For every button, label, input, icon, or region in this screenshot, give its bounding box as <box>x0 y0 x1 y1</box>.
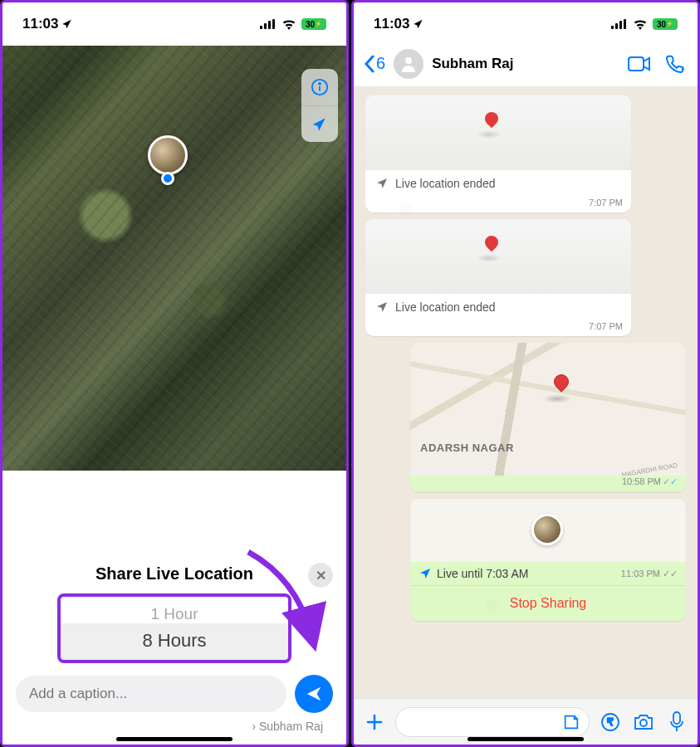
svg-rect-9 <box>619 21 622 29</box>
sticker-icon[interactable] <box>562 713 580 731</box>
contact-avatar[interactable] <box>394 49 423 79</box>
back-count: 6 <box>376 54 385 73</box>
map-recenter-button[interactable] <box>301 105 338 142</box>
pin-icon <box>551 371 571 392</box>
location-ended-icon <box>375 300 389 314</box>
svg-text:₹: ₹ <box>607 716 614 728</box>
camera-button[interactable] <box>631 710 656 735</box>
svg-point-6 <box>319 83 321 85</box>
chat-header: 6 Subham Raj <box>354 41 698 87</box>
home-indicator[interactable] <box>467 737 584 741</box>
read-ticks-icon: ✓✓ <box>660 569 678 579</box>
svg-rect-8 <box>615 23 618 29</box>
sheet-title: Share Live Location <box>16 564 333 583</box>
clock: 11:03 <box>374 16 409 32</box>
svg-rect-7 <box>611 26 614 29</box>
back-button[interactable]: 6 <box>364 54 385 73</box>
attach-button[interactable] <box>362 710 387 735</box>
message-shared-location[interactable]: ADARSH NAGAR MAGARDHI ROAD 10:58 PM✓✓ <box>410 343 686 492</box>
svg-rect-10 <box>624 19 626 29</box>
share-location-screen: 11:03 30⚡ ✕ Share Live Location 1 Hour 8… <box>0 0 349 747</box>
chat-screen: 11:03 30⚡ 6 Subham Raj Live location end… <box>351 0 700 747</box>
area-label: ADARSH NAGAR <box>420 442 514 454</box>
chat-body[interactable]: Live location ended 7:07 PM Live locatio… <box>354 87 698 698</box>
battery-pill: 30⚡ <box>301 18 326 30</box>
location-services-icon <box>61 18 73 30</box>
signal-icon <box>260 19 277 29</box>
duration-picker[interactable]: 1 Hour 8 Hours <box>57 593 291 663</box>
avatar <box>531 514 563 545</box>
map-thumbnail: ADARSH NAGAR MAGARDHI ROAD <box>410 343 686 476</box>
payments-button[interactable]: ₹ <box>598 710 623 735</box>
my-location-pin <box>148 135 188 185</box>
message-location-ended[interactable]: Live location ended 7:07 PM <box>365 95 631 212</box>
map-thumbnail <box>365 219 631 294</box>
svg-point-17 <box>640 720 647 726</box>
message-live-location[interactable]: Live until 7:03 AM 11:03 PM ✓✓ Stop Shar… <box>410 499 686 621</box>
map-thumbnail <box>410 499 686 562</box>
location-services-icon <box>413 18 424 30</box>
svg-rect-3 <box>272 19 275 29</box>
wifi-icon <box>281 19 296 30</box>
caption-input[interactable] <box>16 676 286 712</box>
svg-rect-1 <box>264 23 267 29</box>
voice-call-button[interactable] <box>661 51 688 77</box>
home-indicator[interactable] <box>116 737 233 741</box>
road-label: MAGARDHI ROAD <box>620 461 678 476</box>
chevron-left-icon <box>364 55 375 73</box>
location-dot-icon <box>161 172 174 185</box>
svg-rect-12 <box>629 57 644 71</box>
video-call-button[interactable] <box>626 51 653 77</box>
duration-option-1h[interactable]: 1 Hour <box>61 605 288 623</box>
live-location-icon <box>419 567 432 580</box>
status-bar: 11:03 30⚡ <box>354 2 698 46</box>
read-ticks-icon: ✓✓ <box>663 476 678 486</box>
avatar <box>148 135 188 175</box>
status-bar: 11:03 30⚡ <box>2 2 346 46</box>
map-thumbnail <box>365 95 631 170</box>
battery-pill: 30⚡ <box>653 18 678 30</box>
duration-option-8h[interactable]: 8 Hours <box>61 630 288 652</box>
svg-rect-18 <box>673 712 680 724</box>
svg-point-11 <box>405 57 412 64</box>
wifi-icon <box>633 19 648 30</box>
contact-name[interactable]: Subham Raj <box>432 56 618 72</box>
mic-button[interactable] <box>664 710 689 735</box>
svg-rect-0 <box>260 26 262 29</box>
map-info-button[interactable] <box>301 69 338 105</box>
send-button[interactable] <box>295 675 333 713</box>
close-button[interactable]: ✕ <box>308 563 333 588</box>
message-location-ended[interactable]: Live location ended 7:07 PM <box>365 219 631 336</box>
message-input[interactable] <box>395 707 590 737</box>
recipient-name: Subham Raj <box>259 720 323 733</box>
recipient-row[interactable]: › Subham Raj <box>16 720 333 733</box>
satellite-map[interactable] <box>2 46 346 471</box>
stop-sharing-button[interactable]: Stop Sharing <box>410 585 686 621</box>
clock: 11:03 <box>22 16 58 32</box>
share-sheet: ✕ Share Live Location 1 Hour 8 Hours › S… <box>2 549 346 745</box>
location-ended-icon <box>375 177 389 190</box>
signal-icon <box>611 19 628 29</box>
svg-rect-2 <box>268 21 271 29</box>
